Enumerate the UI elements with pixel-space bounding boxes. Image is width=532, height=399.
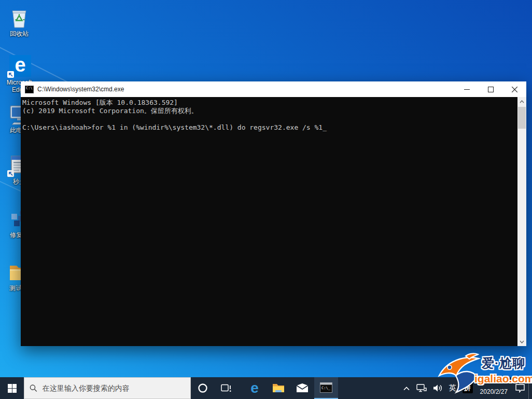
clock-date: 2020/2/27 — [480, 388, 508, 395]
maximize-button[interactable] — [479, 81, 502, 97]
minimize-button[interactable] — [455, 81, 479, 97]
taskbar-app-cmd-active[interactable]: C:\_ — [314, 377, 338, 399]
terminal-line — [22, 115, 516, 123]
clock-time — [483, 381, 505, 388]
speaker-icon — [433, 384, 443, 392]
tray-network[interactable] — [413, 377, 430, 399]
system-tray: 英 拼 2020/2/27 — [400, 377, 532, 399]
shortcut-arrow-icon — [7, 170, 14, 177]
taskbar: e C:\_ — [0, 377, 532, 399]
tray-ime-language[interactable]: 英 — [446, 377, 459, 399]
svg-text:e: e — [15, 54, 25, 76]
terminal-line: Microsoft Windows [版本 10.0.18363.592] — [22, 99, 516, 107]
edge-icon: e — [248, 381, 261, 395]
terminal-scrollbar[interactable] — [517, 97, 526, 346]
tray-show-hidden-icons[interactable] — [400, 377, 413, 399]
edge-icon: e — [7, 54, 31, 78]
chevron-up-icon — [403, 386, 410, 391]
taskbar-search-box[interactable] — [24, 377, 191, 399]
scroll-up-icon[interactable] — [520, 97, 524, 106]
file-explorer-icon — [272, 383, 285, 393]
scroll-down-icon[interactable] — [520, 337, 524, 346]
svg-text:C:\_: C:\_ — [321, 386, 331, 390]
desktop: 回收站 e Microsoft Edge 此电脑 — [0, 0, 532, 399]
watermark-title: 爱·尬聊 — [482, 355, 525, 372]
cmd-window: C:\ C:\Windows\system32\cmd.exe Microsof… — [21, 81, 526, 346]
desktop-icon-recycle-bin[interactable]: 回收站 — [2, 5, 36, 37]
cmd-app-icon: C:\ — [25, 86, 34, 93]
pinyin-ime-icon: 拼 — [463, 383, 473, 393]
task-view-button[interactable] — [215, 377, 239, 399]
tray-volume[interactable] — [430, 377, 446, 399]
search-icon — [30, 384, 37, 392]
tray-clock[interactable]: 2020/2/27 — [476, 377, 512, 399]
taskbar-app-file-explorer[interactable] — [267, 377, 290, 399]
cortana-button[interactable] — [191, 377, 215, 399]
search-input[interactable] — [43, 384, 185, 392]
recycle-bin-icon — [7, 5, 31, 29]
task-view-icon — [221, 383, 232, 393]
shortcut-arrow-icon — [7, 71, 14, 78]
terminal-output[interactable]: Microsoft Windows [版本 10.0.18363.592] (c… — [21, 97, 526, 346]
mail-icon — [296, 383, 309, 393]
network-icon — [416, 384, 427, 392]
close-button[interactable] — [502, 81, 526, 97]
windows-logo-icon — [8, 384, 17, 393]
scrollbar-thumb[interactable] — [518, 107, 526, 129]
svg-text:e: e — [250, 381, 259, 395]
tray-ime-mode[interactable]: 拼 — [459, 377, 476, 399]
show-desktop-button[interactable] — [528, 377, 532, 399]
cortana-icon — [198, 383, 208, 393]
taskbar-app-mail[interactable] — [290, 377, 314, 399]
terminal-line: (c) 2019 Microsoft Corporation。保留所有权利。 — [22, 107, 516, 115]
taskbar-app-edge[interactable]: e — [243, 377, 267, 399]
start-button[interactable] — [0, 377, 24, 399]
terminal-cursor: _ — [323, 123, 327, 132]
desktop-icon-label: 回收站 — [10, 30, 29, 37]
window-title: C:\Windows\system32\cmd.exe — [37, 86, 455, 93]
cmd-titlebar[interactable]: C:\ C:\Windows\system32\cmd.exe — [21, 81, 526, 97]
action-center-button[interactable] — [512, 377, 528, 399]
action-center-icon — [515, 383, 525, 393]
terminal-prompt-line: C:\Users\iashoah>for %1 in (%windir%\sys… — [22, 123, 516, 132]
cmd-icon: C:\_ — [320, 382, 332, 393]
